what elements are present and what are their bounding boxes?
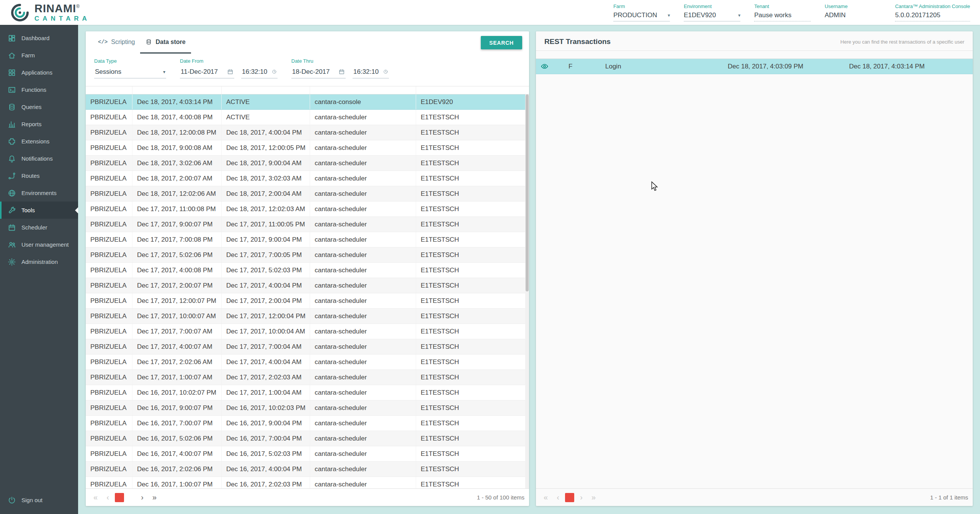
table-row[interactable]: PBRIZUELA Dec 18, 2017, 3:02:06 AM Dec 1… [86,156,525,171]
rest-panel-header: REST Transactions Here you can find the … [536,31,973,50]
sidebar-item-label: Administration [21,259,58,265]
table-row[interactable]: PBRIZUELA Dec 17, 2017, 11:00:08 PM Dec … [86,202,525,217]
sidebar-item[interactable]: Administration [0,253,78,270]
header-field[interactable]: Tenant Pause works ▾ [754,3,811,21]
previous-page-icon[interactable]: ‹ [553,492,563,503]
header-field[interactable]: Cantara™ Administration Console 5.0.0.20… [895,3,970,21]
next-page-icon[interactable]: › [137,492,147,503]
tab-data-store[interactable]: Data store [140,31,191,54]
table-row[interactable]: PBRIZUELA Dec 16, 2017, 4:00:07 PM Dec 1… [86,446,525,462]
rest-table-header [536,50,973,59]
sidebar-signout[interactable]: Sign out [0,491,78,509]
sidebar-item[interactable]: Queries [0,98,78,115]
table-row[interactable]: PBRIZUELA Dec 16, 2017, 5:02:06 PM Dec 1… [86,431,525,446]
sidebar-item[interactable]: Farm [0,47,78,64]
column-header[interactable] [723,51,844,59]
column-header[interactable] [222,86,310,94]
header-field[interactable]: Username ADMIN ▾ [825,3,881,21]
eye-icon[interactable] [541,62,549,70]
last-page-icon[interactable]: » [588,492,599,503]
scrollbar-thumb[interactable] [526,94,529,291]
table-row[interactable]: PBRIZUELA Dec 18, 2017, 12:00:08 PM Dec … [86,125,525,140]
first-page-icon[interactable]: « [541,492,551,503]
previous-page-icon[interactable]: ‹ [103,492,113,503]
header-field-value[interactable]: PRODUCTION ▾ [613,10,670,21]
table-row[interactable]: F Login Dec 18, 2017, 4:03:09 PM Dec 18,… [536,59,973,74]
view-cell[interactable] [536,59,564,74]
sidebar-item[interactable]: Environments [0,184,78,202]
header-field-value[interactable]: ADMIN ▾ [825,10,881,21]
header-field[interactable]: Farm PRODUCTION ▾ [613,3,670,21]
table-row[interactable]: PBRIZUELA Dec 17, 2017, 12:00:07 PM Dec … [86,293,525,309]
header-field-value[interactable]: E1DEV920 ▾ [684,10,740,21]
table-row[interactable]: PBRIZUELA Dec 17, 2017, 5:02:06 PM Dec 1… [86,247,525,263]
sidebar-item[interactable]: Reports [0,115,78,133]
column-header[interactable] [86,86,132,94]
sidebar-item[interactable]: Dashboard [0,29,78,47]
header-field-value[interactable]: Pause works ▾ [754,10,811,21]
table-row[interactable]: PBRIZUELA Dec 16, 2017, 9:00:07 PM Dec 1… [86,400,525,416]
time-thru-input[interactable]: 16:32:10 [353,67,389,78]
data-type-select[interactable]: Sessions ▾ [94,67,166,78]
app-header: RINAMI® CANTARA Farm PRODUCTION ▾ Enviro… [0,0,980,25]
column-header[interactable] [844,51,973,59]
table-row[interactable]: PBRIZUELA Dec 17, 2017, 4:00:08 PM Dec 1… [86,263,525,278]
sidebar-item[interactable]: Routes [0,167,78,184]
next-page-icon[interactable]: › [576,492,586,503]
page-number[interactable] [565,493,574,502]
column-header[interactable] [132,86,222,94]
table-row[interactable]: PBRIZUELA Dec 17, 2017, 9:00:07 PM Dec 1… [86,217,525,232]
table-row[interactable]: PBRIZUELA Dec 17, 2017, 2:02:06 AM Dec 1… [86,355,525,370]
sidebar-item[interactable]: Applications [0,64,78,81]
page-number[interactable] [126,493,135,502]
clock-icon[interactable] [383,68,388,75]
table-row[interactable]: PBRIZUELA Dec 17, 2017, 7:00:07 AM Dec 1… [86,324,525,339]
column-header[interactable] [416,86,525,94]
sidebar-item[interactable]: Notifications [0,150,78,167]
table-row[interactable]: PBRIZUELA Dec 17, 2017, 4:00:07 AM Dec 1… [86,339,525,355]
column-header[interactable] [564,51,601,59]
sidebar-item[interactable]: Tools [0,202,78,219]
time-from-input[interactable]: 16:32:10 [241,67,278,78]
table-row[interactable]: PBRIZUELA Dec 16, 2017, 1:00:07 PM Dec 1… [86,477,525,488]
table-row[interactable]: PBRIZUELA Dec 18, 2017, 9:00:08 AM Dec 1… [86,140,525,156]
sidebar-item-icon [8,258,16,266]
calendar-icon[interactable] [338,68,345,75]
header-context-fields: Farm PRODUCTION ▾ Environment E1DEV920 ▾… [599,3,970,21]
rest-rows: F Login Dec 18, 2017, 4:03:09 PM Dec 18,… [536,59,973,74]
sidebar-item[interactable]: Extensions [0,133,78,150]
page-number[interactable] [115,493,124,502]
tab-scripting[interactable]: </> Scripting [93,31,140,54]
table-row[interactable]: PBRIZUELA Dec 18, 2017, 12:02:06 AM Dec … [86,186,525,202]
column-header[interactable] [536,51,564,59]
last-page-icon[interactable]: » [149,492,160,503]
datastore-filters: Data Type Sessions ▾ Date From 11-Dec-20… [86,54,529,86]
table-row[interactable]: PBRIZUELA Dec 18, 2017, 2:00:07 AM Dec 1… [86,171,525,186]
table-row[interactable]: PBRIZUELA Dec 17, 2017, 10:00:07 AM Dec … [86,309,525,324]
vertical-scrollbar[interactable] [525,94,529,488]
table-row[interactable]: PBRIZUELA Dec 16, 2017, 10:02:07 PM Dec … [86,385,525,400]
clock-icon[interactable] [272,68,277,75]
header-field-value[interactable]: 5.0.0.20171205 ▾ [895,10,970,21]
date-from-input[interactable]: 11-Dec-2017 [180,67,234,78]
date-thru-input[interactable]: 18-Dec-2017 [291,67,346,78]
table-row[interactable]: PBRIZUELA Dec 18, 2017, 4:03:14 PM ACTIV… [86,94,525,110]
table-row[interactable]: PBRIZUELA Dec 18, 2017, 4:00:08 PM ACTIV… [86,110,525,125]
search-button[interactable]: SEARCH [481,36,522,49]
column-header[interactable] [601,51,723,59]
first-page-icon[interactable]: « [90,492,101,503]
table-row[interactable]: PBRIZUELA Dec 16, 2017, 7:00:07 PM Dec 1… [86,416,525,431]
column-header[interactable] [310,86,416,94]
sidebar-item[interactable]: User management [0,236,78,253]
table-row[interactable]: PBRIZUELA Dec 17, 2017, 7:00:08 PM Dec 1… [86,232,525,247]
calendar-icon[interactable] [227,68,234,75]
database-icon [145,39,152,45]
datastore-panel: </> Scripting Data store SEARCH Data Typ… [86,31,529,506]
sidebar-item[interactable]: Functions [0,81,78,98]
table-row[interactable]: PBRIZUELA Dec 17, 2017, 2:00:07 PM Dec 1… [86,278,525,293]
header-field[interactable]: Environment E1DEV920 ▾ [684,3,740,21]
sidebar-item[interactable]: Scheduler [0,219,78,236]
table-row[interactable]: PBRIZUELA Dec 16, 2017, 2:02:06 PM Dec 1… [86,462,525,477]
table-row[interactable]: PBRIZUELA Dec 17, 2017, 1:00:07 AM Dec 1… [86,370,525,385]
date-thru-label: Date Thru [291,58,389,64]
